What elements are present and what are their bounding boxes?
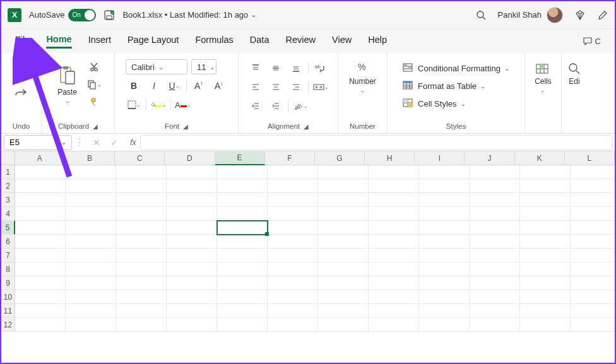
cell[interactable] bbox=[116, 165, 167, 179]
cell[interactable] bbox=[318, 262, 369, 276]
decrease-font-button[interactable]: A↓ bbox=[211, 78, 227, 93]
cell[interactable] bbox=[470, 207, 520, 221]
row-header[interactable]: 5 bbox=[1, 221, 15, 235]
cell[interactable] bbox=[318, 318, 369, 332]
search-icon[interactable] bbox=[475, 9, 487, 21]
col-header[interactable]: D bbox=[165, 151, 215, 165]
cell[interactable] bbox=[571, 235, 615, 249]
cell[interactable] bbox=[167, 304, 217, 318]
font-color-button[interactable]: A⌄ bbox=[175, 97, 191, 112]
number-format-button[interactable]: % Number ⌄ bbox=[345, 57, 380, 96]
cut-button[interactable] bbox=[86, 59, 102, 74]
cell[interactable] bbox=[268, 235, 318, 249]
format-as-table-button[interactable]: Format as Table⌄ bbox=[400, 79, 488, 92]
row-header[interactable]: 1 bbox=[1, 165, 15, 179]
cell[interactable] bbox=[520, 276, 571, 290]
tab-file[interactable]: File bbox=[15, 35, 30, 47]
cell[interactable] bbox=[470, 165, 520, 179]
cell[interactable] bbox=[470, 193, 520, 207]
cell[interactable] bbox=[520, 207, 571, 221]
cell[interactable] bbox=[217, 221, 268, 235]
cell[interactable] bbox=[571, 249, 615, 262]
row-header[interactable]: 9 bbox=[1, 276, 15, 290]
tab-formulas[interactable]: Formulas bbox=[195, 35, 233, 47]
cells-button[interactable]: Cells ⌄ bbox=[531, 57, 555, 96]
tab-home[interactable]: Home bbox=[46, 34, 71, 49]
wrap-text-button[interactable]: ab bbox=[312, 61, 329, 76]
cell[interactable] bbox=[116, 276, 167, 290]
cell[interactable] bbox=[318, 165, 369, 179]
cell[interactable] bbox=[369, 304, 419, 318]
cell[interactable] bbox=[167, 207, 217, 221]
cell[interactable] bbox=[571, 179, 615, 193]
user-account[interactable]: Pankil Shah bbox=[498, 7, 563, 23]
undo-button[interactable]: ⌄ bbox=[13, 62, 30, 77]
row-header[interactable]: 4 bbox=[1, 207, 15, 221]
cell[interactable] bbox=[66, 304, 116, 318]
formula-input[interactable] bbox=[140, 135, 612, 150]
cell-styles-button[interactable]: Cell Styles⌄ bbox=[400, 97, 468, 110]
font-size-dropdown[interactable]: 11⌄ bbox=[191, 59, 216, 74]
cell[interactable] bbox=[15, 262, 66, 276]
autosave-toggle[interactable]: AutoSave On bbox=[29, 9, 96, 21]
cell[interactable] bbox=[520, 262, 571, 276]
cell[interactable] bbox=[66, 179, 116, 193]
cell[interactable] bbox=[369, 262, 419, 276]
tab-page-layout[interactable]: Page Layout bbox=[127, 35, 179, 47]
cell[interactable] bbox=[369, 165, 419, 179]
increase-font-button[interactable]: A↑ bbox=[191, 78, 207, 93]
cell[interactable] bbox=[571, 318, 615, 332]
col-header[interactable]: H bbox=[365, 151, 415, 165]
cell[interactable] bbox=[419, 235, 470, 249]
tab-help[interactable]: Help bbox=[368, 35, 387, 47]
row-header[interactable]: 2 bbox=[1, 179, 15, 193]
cell[interactable] bbox=[318, 276, 369, 290]
cell[interactable] bbox=[369, 276, 419, 290]
cell[interactable] bbox=[217, 165, 268, 179]
cell[interactable] bbox=[470, 262, 520, 276]
orientation-button[interactable]: ab⌄ bbox=[292, 98, 309, 114]
italic-button[interactable]: I bbox=[146, 78, 162, 93]
cell[interactable] bbox=[217, 276, 268, 290]
cell[interactable] bbox=[116, 179, 167, 193]
row-header[interactable]: 6 bbox=[1, 235, 15, 249]
save-button[interactable] bbox=[104, 9, 115, 21]
decrease-indent-button[interactable] bbox=[247, 98, 264, 114]
cell[interactable] bbox=[217, 304, 268, 318]
cell[interactable] bbox=[470, 318, 520, 332]
cell[interactable] bbox=[15, 318, 66, 332]
cell[interactable] bbox=[419, 290, 470, 304]
cell[interactable] bbox=[520, 193, 571, 207]
col-header[interactable]: F bbox=[265, 151, 315, 165]
select-all-corner[interactable] bbox=[1, 151, 15, 165]
redo-button[interactable] bbox=[13, 85, 30, 100]
col-header[interactable]: B bbox=[65, 151, 115, 165]
cell[interactable] bbox=[116, 262, 167, 276]
cell[interactable] bbox=[520, 290, 571, 304]
cell[interactable] bbox=[15, 235, 66, 249]
cell[interactable] bbox=[15, 193, 66, 207]
row-header[interactable]: 11 bbox=[1, 304, 15, 318]
alignment-launcher[interactable]: ◢ bbox=[304, 123, 309, 130]
cell[interactable] bbox=[66, 249, 116, 262]
cell[interactable] bbox=[369, 207, 419, 221]
col-header[interactable]: J bbox=[465, 151, 514, 165]
cell[interactable] bbox=[318, 290, 369, 304]
fill-color-button[interactable]: ⌄ bbox=[150, 97, 167, 112]
cell[interactable] bbox=[15, 221, 66, 235]
cell[interactable] bbox=[369, 193, 419, 207]
cell[interactable] bbox=[571, 276, 615, 290]
cell[interactable] bbox=[116, 290, 167, 304]
row-header[interactable]: 7 bbox=[1, 249, 15, 262]
cell[interactable] bbox=[167, 235, 217, 249]
cell[interactable] bbox=[217, 179, 268, 193]
cell[interactable] bbox=[167, 318, 217, 332]
align-bottom-button[interactable] bbox=[288, 61, 304, 76]
col-header[interactable]: A bbox=[15, 151, 65, 165]
format-painter-button[interactable] bbox=[86, 95, 102, 110]
cell[interactable] bbox=[268, 304, 318, 318]
cell[interactable] bbox=[520, 318, 571, 332]
cell[interactable] bbox=[419, 276, 470, 290]
cell[interactable] bbox=[268, 249, 318, 262]
cell[interactable] bbox=[470, 249, 520, 262]
